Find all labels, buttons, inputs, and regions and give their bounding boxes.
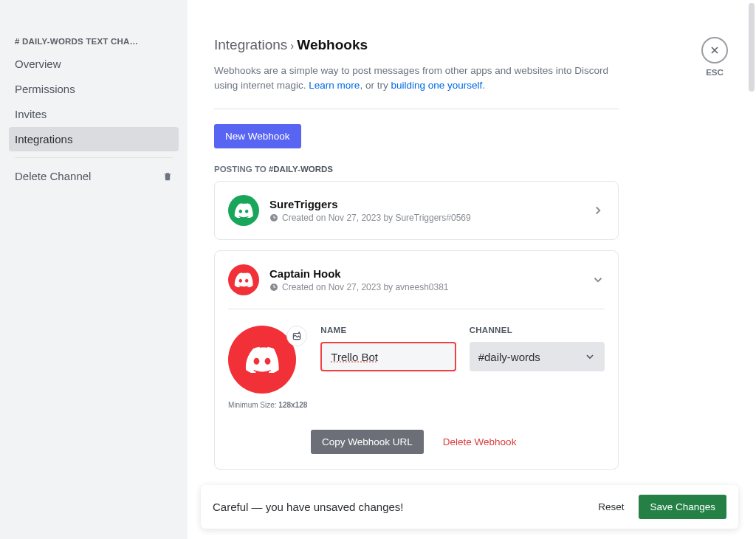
sidebar-item-invites[interactable]: Invites <box>9 102 179 126</box>
trash-icon <box>162 171 173 182</box>
webhook-name-input[interactable] <box>320 342 456 371</box>
new-webhook-button[interactable]: New Webhook <box>214 124 301 148</box>
discord-icon <box>234 272 253 287</box>
webhook-card: SureTriggers Created on Nov 27, 2023 by … <box>214 181 619 240</box>
main-panel: Integrations › Webhooks Webhooks are a s… <box>188 0 756 539</box>
webhook-meta-text: Created on Nov 27, 2023 by SureTriggers#… <box>282 213 471 223</box>
copy-webhook-url-button[interactable]: Copy Webhook URL <box>311 430 424 454</box>
sidebar-item-permissions[interactable]: Permissions <box>9 77 179 101</box>
reset-button[interactable]: Reset <box>598 501 624 512</box>
webhook-avatar <box>228 264 259 295</box>
sidebar-channel-header: # DAILY-WORDS TEXT CHA… <box>9 37 179 52</box>
divider <box>214 109 619 109</box>
esc-label: ESC <box>701 68 728 77</box>
discord-icon <box>234 203 253 218</box>
learn-more-link[interactable]: Learn more <box>309 80 360 91</box>
posting-to-channel: #DAILY-WORDS <box>269 165 333 174</box>
webhook-name: Captain Hook <box>269 267 591 280</box>
upload-icon <box>292 331 302 341</box>
settings-sidebar: # DAILY-WORDS TEXT CHA… Overview Permiss… <box>0 0 188 539</box>
sidebar-separator <box>15 157 173 158</box>
chevron-down-icon <box>584 351 596 363</box>
delete-webhook-link[interactable]: Delete Webhook <box>443 436 517 447</box>
webhook-row-captain-hook[interactable]: Captain Hook Created on Nov 27, 2023 by … <box>215 251 618 309</box>
unsaved-text: Careful — you have unsaved changes! <box>213 501 404 513</box>
webhook-name: SureTriggers <box>269 198 591 210</box>
close-settings: ESC <box>701 37 728 77</box>
webhook-avatar <box>228 195 259 226</box>
name-field-label: NAME <box>320 326 456 334</box>
chevron-right-icon: › <box>290 39 294 52</box>
scrollbar-thumb[interactable] <box>749 3 755 92</box>
unsaved-changes-bar: Careful — you have unsaved changes! Rese… <box>201 485 738 529</box>
divider <box>228 309 605 309</box>
close-button[interactable] <box>701 37 728 63</box>
webhook-meta: Created on Nov 27, 2023 by SureTriggers#… <box>269 213 591 223</box>
sidebar-item-delete-channel[interactable]: Delete Channel <box>9 164 179 188</box>
clock-icon <box>269 213 278 222</box>
breadcrumb: Integrations › Webhooks <box>214 37 619 53</box>
desc-text-mid: , or try <box>360 80 391 91</box>
channel-field-label: CHANNEL <box>470 326 605 334</box>
sidebar-item-overview[interactable]: Overview <box>9 52 179 76</box>
avatar-min-size: Minimum Size: 128x128 <box>228 401 307 409</box>
webhook-info: SureTriggers Created on Nov 27, 2023 by … <box>269 198 591 223</box>
webhook-info: Captain Hook Created on Nov 27, 2023 by … <box>269 267 591 292</box>
page-description: Webhooks are a simple way to post messag… <box>214 63 619 92</box>
breadcrumb-parent[interactable]: Integrations <box>214 37 287 53</box>
webhook-card: Captain Hook Created on Nov 27, 2023 by … <box>214 250 619 470</box>
desc-text-post: . <box>482 80 485 91</box>
channel-select[interactable]: #daily-words <box>470 342 605 371</box>
webhook-meta: Created on Nov 27, 2023 by avneesh0381 <box>269 282 591 292</box>
discord-icon <box>244 346 280 373</box>
build-yourself-link[interactable]: building one yourself <box>391 80 482 91</box>
close-icon <box>709 44 721 56</box>
clock-icon <box>269 283 278 292</box>
channel-select-value: #daily-words <box>478 351 540 363</box>
sidebar-item-integrations[interactable]: Integrations <box>9 127 179 151</box>
upload-image-button[interactable] <box>286 326 307 346</box>
save-changes-button[interactable]: Save Changes <box>639 495 726 519</box>
posting-to-text: POSTING TO <box>214 165 269 174</box>
delete-channel-label: Delete Channel <box>15 170 91 182</box>
webhook-edit-panel: Minimum Size: 128x128 NAME CHANNEL #dail… <box>215 309 618 469</box>
breadcrumb-current: Webhooks <box>297 37 368 53</box>
chevron-down-icon <box>591 273 605 286</box>
webhook-avatar-uploader[interactable] <box>228 326 307 394</box>
webhook-row-suretriggers[interactable]: SureTriggers Created on Nov 27, 2023 by … <box>215 182 618 239</box>
chevron-right-icon <box>591 204 605 217</box>
webhook-meta-text: Created on Nov 27, 2023 by avneesh0381 <box>282 282 449 292</box>
posting-to-label: POSTING TO #DAILY-WORDS <box>214 165 619 174</box>
